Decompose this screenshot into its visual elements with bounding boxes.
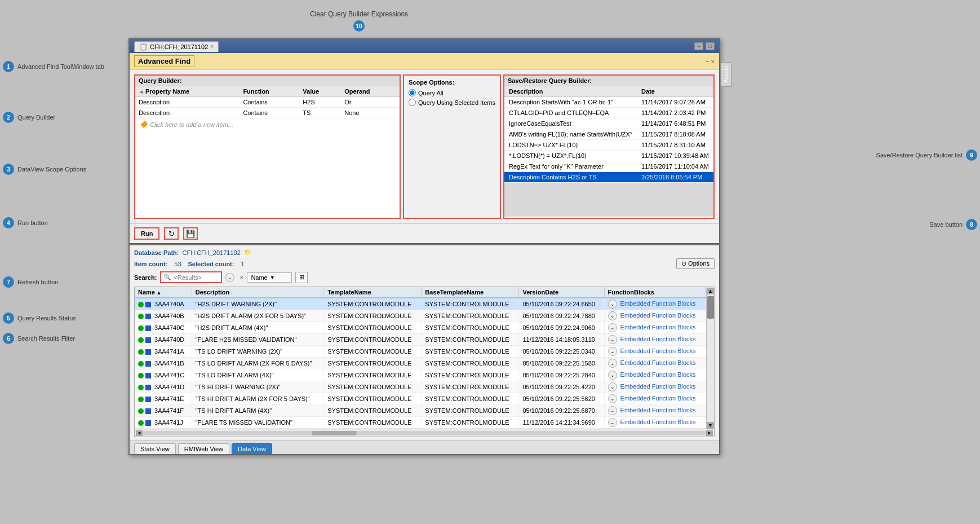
efb-chevron[interactable]: ⌄ <box>608 347 617 356</box>
minimize-btn[interactable]: − <box>694 42 703 50</box>
refresh-button[interactable]: ↻ <box>164 227 179 240</box>
efb-link[interactable]: Embedded Function Blocks <box>620 300 696 307</box>
efb-chevron[interactable]: ⌄ <box>608 382 617 391</box>
scroll-up-btn[interactable]: ▲ <box>707 288 714 294</box>
sr-table-row[interactable]: LODSTN=> UZX*.FL(10) 11/15/2017 8:31:10 … <box>504 140 713 151</box>
h-scrollbar-thumb[interactable] <box>312 431 357 435</box>
assets-tab[interactable]: Assets <box>721 62 731 87</box>
efb-chevron[interactable]: ⌄ <box>608 406 617 415</box>
scope-radio-all[interactable] <box>409 89 416 96</box>
efb-chevron[interactable]: ⌄ <box>608 300 617 309</box>
result-func-blocks: ⌄ Embedded Function Blocks <box>604 358 706 369</box>
efb-link[interactable]: Embedded Function Blocks <box>620 312 696 319</box>
qb-add-row[interactable]: 🔶 Click here to add a new item... <box>135 118 400 130</box>
title-bar-controls: − □ <box>694 42 715 50</box>
col-icon-btn[interactable]: ⊞ <box>295 272 308 283</box>
table-row[interactable]: 3AA4740C "H2S DRIFT ALARM (4X)" SYSTEM:C… <box>135 322 706 334</box>
result-version-date: 05/10/2016 09:22:25.0340 <box>519 346 604 358</box>
col-description[interactable]: Description <box>192 287 324 298</box>
sr-table-row[interactable]: IgnoreCaseEqualsTest 11/14/2017 6:48:51 … <box>504 118 713 129</box>
search-chevron[interactable]: ⌄ <box>225 273 234 282</box>
col-base-template[interactable]: BaseTemplateName <box>422 287 519 298</box>
window-close-btn[interactable]: × <box>210 43 214 50</box>
sr-row-description: Description StartsWith "ac-1 OR bc-1" <box>504 97 637 108</box>
annotation-5-label: Query Results Status <box>17 315 76 322</box>
h-scrollbar[interactable]: ◄ ► <box>135 429 714 437</box>
efb-link[interactable]: Embedded Function Blocks <box>620 419 696 425</box>
table-row[interactable]: Description Contains TS None <box>135 108 400 118</box>
status-dot-blue <box>145 361 151 367</box>
table-row[interactable]: 3AA4740A "H2S DRIFT WARNING (2X)" SYSTEM… <box>135 298 706 310</box>
result-description: "TS LO DRIFT WARNING (2X)" <box>192 346 324 358</box>
sr-table-row[interactable]: RegEx Text for only "K" Parameter 11/16/… <box>504 161 713 172</box>
bottom-tab-hmiweb-view[interactable]: HMIWeb View <box>178 443 229 454</box>
efb-link[interactable]: Embedded Function Blocks <box>620 324 696 331</box>
run-button[interactable]: Run <box>134 227 159 240</box>
efb-link[interactable]: Embedded Function Blocks <box>620 383 696 390</box>
result-name: 3AA4741E <box>135 393 192 405</box>
efb-link[interactable]: Embedded Function Blocks <box>620 336 696 342</box>
result-description: "TS HI DRIFT ALARM (2X FOR 5 DAYS)" <box>192 393 324 405</box>
efb-chevron[interactable]: ⌄ <box>608 359 617 368</box>
sr-table-row[interactable]: Description Contains H2S or TS 2/25/2018… <box>504 172 713 183</box>
sr-table-row[interactable]: AMB's writing FL(10); name StartsWith(UZ… <box>504 129 713 140</box>
run-row: Run ↻ 💾 <box>130 223 719 243</box>
qb-col-sort-icon: ◄ <box>139 89 144 95</box>
efb-chevron[interactable]: ⌄ <box>608 335 617 344</box>
results-scrollbar[interactable]: ▲ ▼ <box>706 287 714 429</box>
table-row[interactable]: 3AA4741F "TS HI DRIFT ALARM (4X)" SYSTEM… <box>135 405 706 417</box>
search-clear-btn[interactable]: × <box>240 274 243 281</box>
efb-chevron[interactable]: ⌄ <box>608 311 617 320</box>
options-button[interactable]: ⊙ Options <box>676 258 715 269</box>
scroll-thumb[interactable] <box>707 296 714 319</box>
efb-link[interactable]: Embedded Function Blocks <box>620 347 696 354</box>
efb-link[interactable]: Embedded Function Blocks <box>620 407 696 413</box>
scroll-down-btn[interactable]: ▼ <box>707 422 714 429</box>
table-row[interactable]: 3AA4741C "TS LO DRIFT ALARM (4X)" SYSTEM… <box>135 369 706 381</box>
column-selector[interactable]: Name ▼ <box>247 272 292 283</box>
efb-link[interactable]: Embedded Function Blocks <box>620 371 696 378</box>
table-row[interactable]: 3AA4740B "H2S DRIFT ALARM (2X FOR 5 DAYS… <box>135 310 706 322</box>
efb-chevron[interactable]: ⌄ <box>608 323 617 332</box>
sr-table-row[interactable]: *.LODSTN(*) = UZX*.FL(10) 11/15/2017 10:… <box>504 151 713 161</box>
bottom-tab-stats-view[interactable]: Stats View <box>134 443 176 454</box>
scope-option-all[interactable]: Query All <box>409 89 495 96</box>
result-template: SYSTEM:CONTROLMODULE <box>324 393 422 405</box>
col-version-date[interactable]: VersionDate <box>519 287 604 298</box>
table-row[interactable]: Description Contains H2S Or <box>135 97 400 108</box>
pin-btn[interactable]: − × <box>706 58 715 65</box>
scroll-left-btn[interactable]: ◄ <box>136 430 143 436</box>
maximize-btn[interactable]: □ <box>706 42 715 50</box>
col-func-blocks[interactable]: FunctionBlocks <box>604 287 706 298</box>
sr-row-description: IgnoreCaseEqualsTest <box>504 118 637 129</box>
efb-link[interactable]: Embedded Function Blocks <box>620 359 696 366</box>
table-row[interactable]: 3AA4741J "FLARE TS MISSED VALIDATION" SY… <box>135 417 706 429</box>
window-tab[interactable]: 📋 CFH:CFH_20171102 × <box>134 41 219 52</box>
efb-link[interactable]: Embedded Function Blocks <box>620 395 696 402</box>
efb-chevron[interactable]: ⌄ <box>608 371 617 380</box>
col-name[interactable]: Name <box>135 287 192 298</box>
table-row[interactable]: 3AA4741B "TS LO DRIFT ALARM (2X FOR 5 DA… <box>135 358 706 369</box>
efb-chevron[interactable]: ⌄ <box>608 394 617 403</box>
scroll-right-btn[interactable]: ► <box>706 430 713 436</box>
sr-table-row[interactable]: Description StartsWith "ac-1 OR bc-1" 11… <box>504 97 713 108</box>
scope-radio-selected[interactable] <box>409 99 416 106</box>
sr-table: Description Date Description StartsWith … <box>504 86 713 183</box>
bottom-tab-data-view[interactable]: Data View <box>232 443 272 454</box>
sr-textarea[interactable] <box>504 183 713 217</box>
result-version-date: 05/10/2016 09:22:24.9060 <box>519 322 604 334</box>
scope-option-selected[interactable]: Query Using Selected Items <box>409 99 495 106</box>
sr-table-row[interactable]: CTLALGID=PID and CTLEQN=EQA 11/14/2017 2… <box>504 108 713 118</box>
efb-chevron[interactable]: ⌄ <box>608 418 617 427</box>
qb-row1-value: H2S <box>299 97 341 108</box>
db-path-icon[interactable]: 📁 <box>244 249 252 256</box>
table-row[interactable]: 3AA4740D "FLARE H2S MISSED VALIDATION" S… <box>135 334 706 346</box>
table-row[interactable]: 3AA4741A "TS LO DRIFT WARNING (2X)" SYST… <box>135 346 706 358</box>
table-row[interactable]: 3AA4741E "TS HI DRIFT ALARM (2X FOR 5 DA… <box>135 393 706 405</box>
table-row[interactable]: 3AA4741D "TS HI DRIFT WARNING (2X)" SYST… <box>135 381 706 393</box>
col-template[interactable]: TemplateName <box>324 287 422 298</box>
search-input[interactable] <box>174 274 219 281</box>
results-scroll[interactable]: Name Description TemplateName BaseTempla… <box>135 287 706 429</box>
save-button[interactable]: 💾 <box>183 227 198 240</box>
result-func-blocks: ⌄ Embedded Function Blocks <box>604 298 706 310</box>
